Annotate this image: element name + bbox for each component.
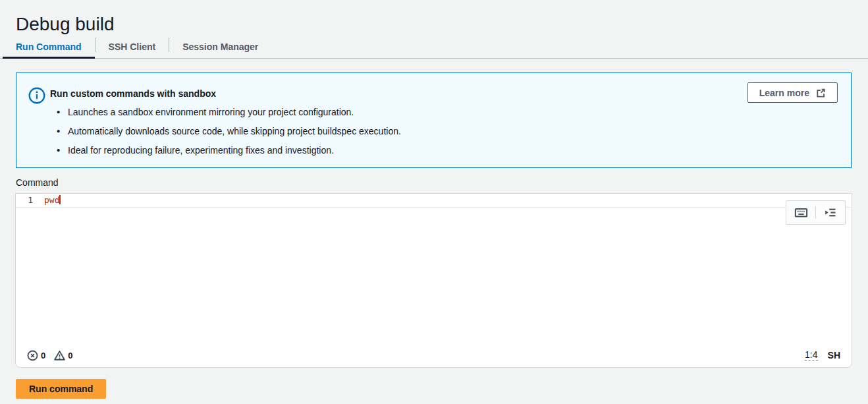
banner-bullet: Ideal for reproducing failure, experimen… bbox=[57, 145, 401, 156]
page-title: Debug build bbox=[16, 13, 114, 36]
external-link-icon bbox=[815, 88, 826, 98]
keyboard-icon bbox=[794, 206, 808, 219]
errors-indicator: 0 bbox=[27, 350, 45, 361]
editor-language: SH bbox=[828, 350, 840, 361]
tab-session-manager[interactable]: Session Manager bbox=[169, 35, 271, 59]
command-field-label: Command bbox=[16, 177, 59, 188]
line-number: 1 bbox=[16, 194, 33, 207]
run-command-button[interactable]: Run command bbox=[16, 379, 106, 399]
info-icon bbox=[28, 87, 45, 164]
banner-title: Run custom commands with sandbox bbox=[50, 88, 401, 99]
indent-settings-icon bbox=[823, 206, 837, 219]
error-circle-icon bbox=[27, 350, 38, 361]
banner-content: Run custom commands with sandbox Launche… bbox=[50, 86, 401, 164]
code-content[interactable]: pwd bbox=[44, 194, 61, 207]
tab-run-command[interactable]: Run Command bbox=[3, 35, 95, 59]
banner-bullet: Automatically downloads source code, whi… bbox=[57, 126, 401, 136]
editor-settings-button[interactable] bbox=[823, 206, 837, 219]
editor-toolbar bbox=[786, 200, 846, 225]
editor-status-bar: 0 0 1:4 SH bbox=[16, 343, 852, 367]
warnings-count: 0 bbox=[68, 351, 72, 361]
banner-bullet: Launches a sandbox environment mirroring… bbox=[57, 107, 401, 117]
command-code-editor[interactable]: 1 pwd bbox=[15, 193, 852, 368]
warning-triangle-icon bbox=[54, 350, 65, 361]
errors-count: 0 bbox=[41, 351, 45, 361]
banner-bullet-list: Launches a sandbox environment mirroring… bbox=[50, 107, 401, 156]
learn-more-button[interactable]: Learn more bbox=[747, 82, 838, 103]
tab-ssh-client[interactable]: SSH Client bbox=[95, 35, 169, 59]
text-caret bbox=[59, 195, 61, 204]
toolbar-divider bbox=[815, 206, 816, 219]
learn-more-label: Learn more bbox=[759, 88, 809, 98]
warnings-indicator: 0 bbox=[54, 350, 72, 361]
tab-bar: Run Command SSH Client Session Manager bbox=[3, 35, 271, 59]
code-line-active[interactable]: 1 pwd bbox=[16, 194, 852, 208]
info-banner: Run custom commands with sandbox Launche… bbox=[16, 72, 852, 168]
cursor-position[interactable]: 1:4 bbox=[805, 349, 817, 361]
keyboard-shortcuts-button[interactable] bbox=[794, 206, 808, 219]
